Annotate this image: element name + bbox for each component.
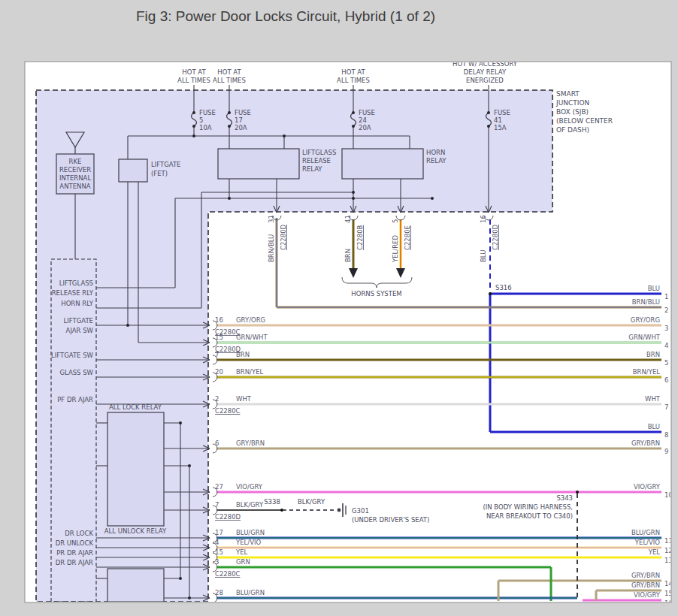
wire-color-code: GRY/ORG bbox=[631, 316, 660, 324]
wire-color-code: BLU bbox=[480, 250, 487, 262]
pin-number: 31 bbox=[268, 215, 275, 223]
wire-color-code: VIO/GRY bbox=[236, 483, 263, 491]
edge-wire-number: 7 bbox=[664, 403, 668, 411]
edge-wire-number: 6 bbox=[664, 376, 668, 384]
junction-dot bbox=[352, 111, 355, 114]
sjb-pin-label: DR LOCK bbox=[65, 530, 93, 537]
wire-color-code: BLU/GRN bbox=[236, 529, 265, 536]
wire-color-code: YEL bbox=[235, 548, 248, 556]
pin-number: 16 bbox=[480, 215, 487, 223]
wiring-diagram-page: Fig 3: Power Door Locks Circuit, Hybrid … bbox=[0, 0, 678, 616]
pin-number: 20 bbox=[215, 368, 223, 376]
wire-color-code: VIO/GRY bbox=[634, 591, 661, 599]
pin-number: 4 bbox=[215, 539, 219, 546]
sjb-label-line: OF DASH) bbox=[556, 126, 589, 134]
junction-dot bbox=[352, 125, 355, 128]
pin-number: 27 bbox=[215, 483, 223, 491]
fuse-rating: 15A bbox=[494, 124, 507, 131]
wire-color-code: BRN/YEL bbox=[633, 368, 661, 376]
fuse-rating: 20A bbox=[235, 124, 247, 131]
liftglass-relay-label-line: LIFTGLASS bbox=[302, 149, 336, 156]
rke-label-line: RECEIVER bbox=[59, 166, 91, 174]
liftglass-release-relay-box bbox=[218, 149, 299, 179]
sjb-label-line: SMART bbox=[556, 90, 580, 98]
all-lock-relay-label: ALL LOCK RELAY bbox=[109, 403, 162, 411]
junction-dot bbox=[126, 324, 129, 327]
connector-id: C2280C bbox=[215, 570, 241, 578]
power-feed-label: ALL TIMES bbox=[213, 77, 246, 84]
pin-number: 5 bbox=[392, 219, 399, 223]
power-feed-label: ALL TIMES bbox=[177, 77, 210, 84]
fuse-number: 24 bbox=[359, 116, 367, 124]
sjb-label-line: BOX (SJB) bbox=[556, 108, 589, 116]
pin-number: 15 bbox=[215, 548, 223, 556]
wire-color-code: GRY/BRN bbox=[631, 581, 660, 589]
wire-color-code: GRN/WHT bbox=[236, 334, 268, 341]
horn-relay-label-line: HORN bbox=[426, 149, 445, 156]
all-unlock-relay-label: ALL UNLOCK RELAY bbox=[104, 527, 167, 535]
edge-wire-number: 8 bbox=[664, 431, 668, 439]
wire-color-code: BRN bbox=[236, 351, 250, 358]
connector-id: C2280C bbox=[215, 407, 241, 415]
junction-dot bbox=[489, 292, 492, 295]
sjb-pin-label: LIFTGATE SW bbox=[51, 352, 94, 359]
fuse-number: 5 bbox=[199, 116, 203, 124]
wire-color-code: YEL bbox=[648, 548, 661, 556]
power-feed-label: DELAY RELAY bbox=[464, 68, 507, 76]
splice-s316-label: S316 bbox=[495, 284, 512, 291]
sjb-label-line: JUNCTION bbox=[555, 99, 589, 107]
rke-label-line: RKE bbox=[69, 158, 82, 165]
wire-color-code: WHT bbox=[645, 395, 661, 403]
fet-label-line: (FET) bbox=[151, 170, 168, 177]
edge-wire-number: 3 bbox=[664, 325, 668, 332]
pin-number: 28 bbox=[215, 589, 223, 596]
edge-wire-number: 1 bbox=[664, 293, 668, 300]
splice-s343-label: S343 bbox=[556, 494, 573, 502]
fuse-name: FUSE bbox=[235, 109, 251, 116]
connector-id: C2280D bbox=[215, 513, 241, 521]
wire-color-code: YEL/VIO bbox=[235, 539, 261, 546]
power-feed-label: HOT AT bbox=[217, 68, 241, 76]
wire-color-code: BLK/GRY bbox=[236, 501, 264, 509]
junction-dot bbox=[188, 464, 191, 467]
pin-number: 7 bbox=[215, 351, 219, 358]
wire-color-code: GRY/BRN bbox=[236, 439, 265, 447]
g301-note: (UNDER DRIVER'S SEAT) bbox=[352, 516, 429, 524]
horn-relay-box bbox=[342, 149, 423, 179]
wire-color-code: GRN bbox=[236, 558, 250, 566]
connector-id: C2280D bbox=[280, 224, 287, 250]
connector-id: C2280E bbox=[404, 225, 411, 250]
liftgate-fet-box bbox=[119, 159, 147, 182]
sjb-pin-label: RELEASE RLY bbox=[52, 289, 94, 297]
wire-color-code: BRN bbox=[646, 351, 660, 358]
junction-dot bbox=[431, 197, 434, 200]
horns-system-label: HORNS SYSTEM bbox=[351, 290, 401, 297]
wire-color-code: GRY/ORG bbox=[236, 316, 265, 324]
power-feed-label: ALL TIMES bbox=[337, 77, 370, 84]
wire-color-code: BLU/GRN bbox=[631, 529, 660, 536]
junction-dot bbox=[179, 421, 182, 424]
pin-number: 6 bbox=[215, 439, 219, 447]
sjb-pin-label: LIFTGLASS bbox=[59, 279, 93, 287]
fuse-number: 41 bbox=[494, 116, 502, 124]
junction-dot bbox=[228, 111, 231, 114]
sjb-label-line: (BELOW CENTER bbox=[556, 117, 613, 125]
junction-dot bbox=[487, 125, 490, 128]
junction-dot bbox=[487, 111, 490, 114]
wire-color-code: GRY/BRN bbox=[631, 439, 660, 447]
sjb-pin-label: PR DR AJAR bbox=[56, 549, 93, 557]
liftglass-relay-label-line: RELEASE bbox=[302, 157, 331, 165]
edge-wire-number: 4 bbox=[664, 342, 668, 349]
wire-color-code: YEL/RED bbox=[392, 235, 399, 263]
wire-color-code: BRN bbox=[344, 249, 352, 262]
junction-dot bbox=[228, 125, 231, 128]
junction-dot bbox=[192, 111, 195, 114]
sjb-pin-label: LIFTGATE bbox=[64, 317, 93, 325]
power-feed-label: HOT AT bbox=[182, 68, 206, 76]
pin-number: 3 bbox=[215, 558, 219, 566]
pin-number: 2 bbox=[215, 395, 219, 403]
fuse-rating: 10A bbox=[199, 124, 212, 131]
connector-id: C2280B bbox=[356, 225, 364, 250]
edge-wire-number: 5 bbox=[664, 359, 668, 367]
splice-s338-label: S338 bbox=[264, 498, 280, 506]
